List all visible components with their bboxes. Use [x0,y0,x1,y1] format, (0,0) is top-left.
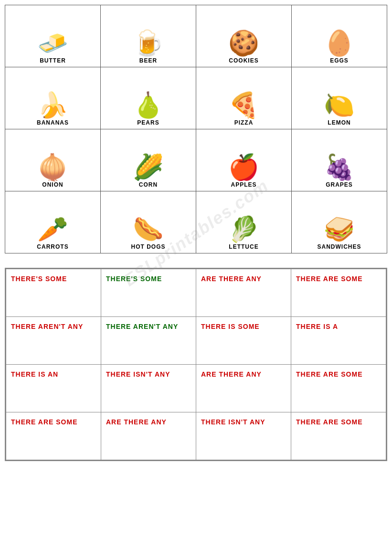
food-cell-pizza: 🍕 PIZZA [196,67,292,129]
food-cell-pears: 🍐 PEARS [101,67,196,129]
food-emoji: 🍺 [133,31,164,55]
phrase-text: THERE AREN'T ANY [106,323,178,330]
page-wrapper: 🧈 BUTTER 🍺 BEER 🍪 COOKIES 🥚 EGGS 🍌 BANAN… [5,5,387,461]
phrase-cell: THERE ARE SOME [291,412,386,460]
food-cell-inner: 🍪 COOKIES [198,7,289,64]
food-cell-cookies: 🍪 COOKIES [196,5,292,67]
food-cell-inner: 🍕 PIZZA [198,69,289,126]
phrase-cell: THERE ISN'T ANY [196,412,291,460]
phrase-text: THERE ARE SOME [296,370,363,378]
phrase-cell: THERE IS SOME [196,317,291,365]
phrase-cell: THERE'S SOME [101,269,196,317]
phrase-grid: THERE'S SOMETHERE'S SOMEARE THERE ANYTHE… [6,269,386,460]
food-cell-inner: 🍇 GRAPES [294,131,385,188]
food-grid: 🧈 BUTTER 🍺 BEER 🍪 COOKIES 🥚 EGGS 🍌 BANAN… [5,5,387,253]
food-emoji: 🍇 [324,155,355,179]
food-label: BEER [139,57,157,64]
food-label: PEARS [137,119,159,126]
food-emoji: 🥕 [37,217,69,242]
food-emoji: 🧅 [37,155,69,179]
phrase-cell: THERE IS A [291,317,386,365]
phrase-cell: ARE THERE ANY [196,365,291,412]
food-emoji: 🥚 [324,31,355,55]
food-cell-bananas: 🍌 BANANAS [5,67,101,129]
food-cell-inner: 🍋 LEMON [294,69,385,126]
food-label: SANDWICHES [317,243,361,250]
phrase-text: THERE'S SOME [106,275,162,283]
phrase-cell: THERE AREN'T ANY [101,317,196,365]
phrase-text: ARE THERE ANY [106,418,167,426]
phrase-text: THERE ISN'T ANY [106,370,170,378]
food-cell-inner: 🍌 BANANAS [7,69,98,126]
food-label: LETTUCE [229,243,258,250]
food-cell-hot-dogs: 🌭 HOT DOGS [101,191,196,253]
food-emoji: 🍪 [228,31,260,55]
food-label: PIZZA [234,119,254,126]
food-label: CARROTS [37,243,68,250]
phrase-text: THERE AREN'T ANY [11,323,83,330]
food-cell-inner: 🍺 BEER [103,7,194,64]
phrase-cell: THERE'S SOME [6,269,101,317]
food-cell-inner: 🍐 PEARS [103,69,194,126]
food-cell-apples: 🍎 APPLES [196,129,292,191]
phrase-text: THERE ARE SOME [11,418,78,426]
food-cell-sandwiches: 🥪 SANDWICHES [292,191,387,253]
food-emoji: 🍕 [228,93,260,117]
phrase-text: THERE ISN'T ANY [201,418,265,426]
food-cell-eggs: 🥚 EGGS [292,5,387,67]
phrase-text: THERE ARE SOME [296,275,363,283]
food-emoji: 🌭 [133,217,164,242]
phrase-cell: THERE ISN'T ANY [101,365,196,412]
phrase-text: ARE THERE ANY [201,275,262,283]
food-cell-butter: 🧈 BUTTER [5,5,101,67]
phrase-text: THERE IS AN [11,370,58,378]
phrase-cell: THERE IS AN [6,365,101,412]
food-label: CORN [139,181,158,188]
food-label: BANANAS [37,119,69,126]
food-cell-grapes: 🍇 GRAPES [292,129,387,191]
food-label: EGGS [330,57,349,64]
food-emoji: 🥬 [228,217,260,242]
food-cell-inner: 🧈 BUTTER [7,7,98,64]
phrase-text: THERE IS A [296,323,338,330]
food-cell-inner: 🧅 ONION [7,131,98,188]
food-emoji: 🍐 [133,93,164,117]
food-cell-carrots: 🥕 CARROTS [5,191,101,253]
phrase-text: THERE IS SOME [201,323,260,330]
food-label: ONION [42,181,63,188]
phrase-text: THERE'S SOME [11,275,67,283]
phrase-cell: THERE AREN'T ANY [6,317,101,365]
food-cell-inner: 🍎 APPLES [198,131,289,188]
phrase-cell: THERE ARE SOME [291,269,386,317]
food-emoji: 🧈 [37,31,69,55]
food-cell-inner: 🥬 LETTUCE [198,193,289,250]
food-label: LEMON [328,119,350,126]
food-cell-inner: 🌽 CORN [103,131,194,188]
food-label: GRAPES [326,181,353,188]
food-emoji: 🍎 [228,155,260,179]
food-label: BUTTER [40,57,66,64]
phrase-text: THERE ARE SOME [296,418,363,426]
food-cell-inner: 🥪 SANDWICHES [294,193,385,250]
food-emoji: 🌽 [133,155,164,179]
phrase-text: ARE THERE ANY [201,370,262,378]
phrase-cell: ARE THERE ANY [196,269,291,317]
food-label: HOT DOGS [131,243,165,250]
phrase-cell: THERE ARE SOME [291,365,386,412]
food-emoji: 🍌 [37,93,69,117]
food-cell-inner: 🥕 CARROTS [7,193,98,250]
food-emoji: 🥪 [324,217,355,242]
food-cell-lemon: 🍋 LEMON [292,67,387,129]
food-cell-lettuce: 🥬 LETTUCE [196,191,292,253]
phrase-cell: ARE THERE ANY [101,412,196,460]
phrase-cell: THERE ARE SOME [6,412,101,460]
food-label: COOKIES [229,57,258,64]
food-cell-onion: 🧅 ONION [5,129,101,191]
phrase-section: THERE'S SOMETHERE'S SOMEARE THERE ANYTHE… [5,268,387,461]
food-cell-beer: 🍺 BEER [101,5,196,67]
food-label: APPLES [231,181,256,188]
food-cell-corn: 🌽 CORN [101,129,196,191]
food-cell-inner: 🌭 HOT DOGS [103,193,194,250]
food-emoji: 🍋 [324,93,355,117]
food-cell-inner: 🥚 EGGS [294,7,385,64]
